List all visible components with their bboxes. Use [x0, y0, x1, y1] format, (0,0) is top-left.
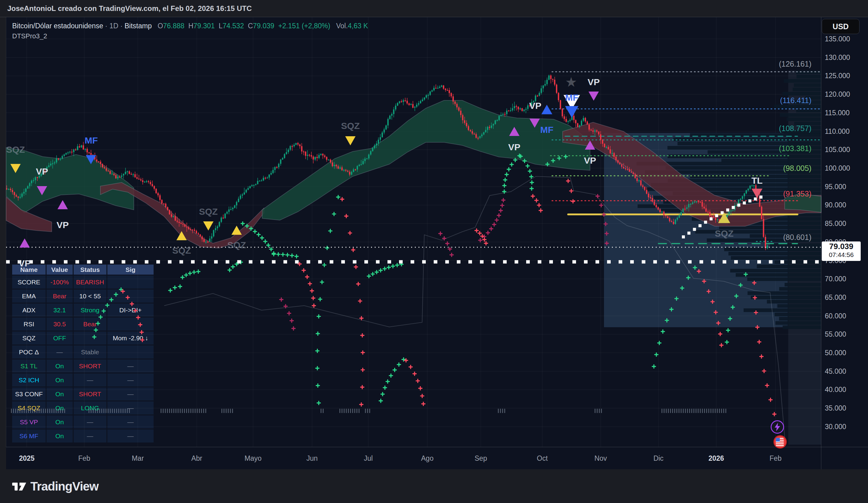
table-cell-status: Stable [74, 346, 106, 359]
tradingview-logo-glyph [12, 480, 26, 493]
table-cell-status: SHORT [74, 388, 106, 401]
table-cell-value: On [46, 388, 73, 401]
table-cell-value: On [46, 429, 73, 442]
table-cell-value: 30.5 [46, 318, 73, 331]
table-cell-name: POC Δ [12, 346, 45, 359]
table-cell-sig [107, 346, 154, 359]
table-cell-status: — [74, 373, 106, 387]
table-cell-status: 10 < 55 [74, 289, 106, 302]
last-price-value: 79.039 [822, 242, 861, 251]
table-cell-name: EMA [12, 289, 45, 302]
table-cell-name: S4 SQZ [12, 401, 45, 414]
table-cell-status [74, 331, 106, 345]
table-cell-name: RSI [12, 318, 45, 331]
tradingview-logo[interactable]: TradingView [12, 480, 99, 493]
table-cell-name: S2 ICH [12, 373, 45, 387]
table-cell-value: On [46, 359, 73, 372]
table-cell-sig [107, 276, 154, 289]
table-cell-value: Bear [46, 289, 73, 302]
table-cell-sig: — [107, 415, 154, 429]
table-cell-sig: — [107, 359, 154, 372]
table-cell-sig: — [107, 429, 154, 442]
table-cell-status: LONG [74, 401, 106, 414]
table-cell-value: 32.1 [46, 304, 73, 317]
table-cell-name: S5 VP [12, 415, 45, 429]
table-cell-sig: — [107, 401, 154, 414]
table-cell-name: S6 MF [12, 429, 45, 442]
tradingview-chart-window: JoseAntonioL creado con TradingView.com,… [0, 0, 868, 503]
table-cell-sig: — [107, 388, 154, 401]
currency-button[interactable]: USD [822, 19, 859, 34]
table-cell-status: SHORT [74, 359, 106, 372]
table-header-cell: Status [74, 265, 106, 275]
table-cell-name: SCORE [12, 276, 45, 289]
table-cell-sig [107, 289, 154, 302]
table-cell-status: — [74, 415, 106, 429]
table-cell-status: Strong [74, 304, 106, 317]
table-cell-value: On [46, 401, 73, 414]
table-cell-value: On [46, 373, 73, 387]
table-cell-name: S1 TL [12, 359, 45, 372]
table-cell-status: BEARISH [74, 276, 106, 289]
table-cell-value: OFF [46, 331, 73, 345]
indicator-table: NameValueStatusSigSCORE-100%BEARISHEMABe… [12, 265, 154, 442]
lightning-icon[interactable] [771, 420, 784, 434]
attribution-line: JoseAntonioL creado con TradingView.com,… [7, 0, 252, 17]
table-cell-value: On [46, 415, 73, 429]
table-cell-sig: DI->DI+ [107, 304, 154, 317]
table-header-cell: Name [12, 265, 45, 275]
table-cell-name: S3 CONF [12, 388, 45, 401]
table-cell-status: Bear [74, 318, 106, 331]
last-price-tag: 79.039 07:44:56 [822, 242, 861, 261]
last-price-countdown: 07:44:56 [822, 251, 861, 258]
table-cell-value: — [46, 346, 73, 359]
table-cell-sig: Mom -2.90 ↓ [107, 331, 154, 345]
table-header-cell: Sig [107, 265, 154, 275]
table-cell-status: — [74, 429, 106, 442]
table-cell-name: SQZ [12, 331, 45, 345]
us-flag-icon[interactable] [773, 435, 787, 449]
table-cell-sig [107, 318, 154, 331]
tradingview-logo-text: TradingView [30, 480, 99, 493]
table-cell-name: ADX [12, 304, 45, 317]
table-header-cell: Value [46, 265, 73, 275]
table-cell-value: -100% [46, 276, 73, 289]
table-cell-sig: — [107, 373, 154, 387]
